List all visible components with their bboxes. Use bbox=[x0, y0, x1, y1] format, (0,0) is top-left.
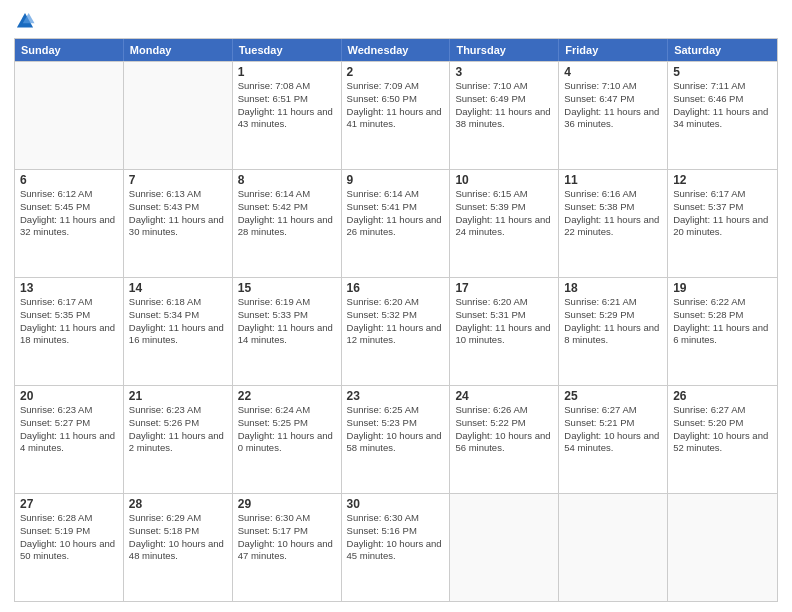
day-number: 6 bbox=[20, 173, 118, 187]
calendar-cell: 22Sunrise: 6:24 AM Sunset: 5:25 PM Dayli… bbox=[233, 386, 342, 493]
day-number: 2 bbox=[347, 65, 445, 79]
calendar-cell: 1Sunrise: 7:08 AM Sunset: 6:51 PM Daylig… bbox=[233, 62, 342, 169]
day-number: 12 bbox=[673, 173, 772, 187]
calendar-body: 1Sunrise: 7:08 AM Sunset: 6:51 PM Daylig… bbox=[15, 61, 777, 601]
day-number: 5 bbox=[673, 65, 772, 79]
day-info: Sunrise: 6:23 AM Sunset: 5:26 PM Dayligh… bbox=[129, 404, 227, 455]
calendar-cell: 26Sunrise: 6:27 AM Sunset: 5:20 PM Dayli… bbox=[668, 386, 777, 493]
day-header-monday: Monday bbox=[124, 39, 233, 61]
day-number: 23 bbox=[347, 389, 445, 403]
day-number: 15 bbox=[238, 281, 336, 295]
day-info: Sunrise: 6:27 AM Sunset: 5:20 PM Dayligh… bbox=[673, 404, 772, 455]
day-number: 24 bbox=[455, 389, 553, 403]
day-header-saturday: Saturday bbox=[668, 39, 777, 61]
day-info: Sunrise: 7:09 AM Sunset: 6:50 PM Dayligh… bbox=[347, 80, 445, 131]
calendar-row-2: 6Sunrise: 6:12 AM Sunset: 5:45 PM Daylig… bbox=[15, 169, 777, 277]
day-number: 10 bbox=[455, 173, 553, 187]
calendar-cell bbox=[559, 494, 668, 601]
day-number: 21 bbox=[129, 389, 227, 403]
day-number: 8 bbox=[238, 173, 336, 187]
day-number: 3 bbox=[455, 65, 553, 79]
day-info: Sunrise: 6:15 AM Sunset: 5:39 PM Dayligh… bbox=[455, 188, 553, 239]
day-info: Sunrise: 6:21 AM Sunset: 5:29 PM Dayligh… bbox=[564, 296, 662, 347]
day-info: Sunrise: 6:30 AM Sunset: 5:16 PM Dayligh… bbox=[347, 512, 445, 563]
day-number: 16 bbox=[347, 281, 445, 295]
day-number: 22 bbox=[238, 389, 336, 403]
calendar-cell: 3Sunrise: 7:10 AM Sunset: 6:49 PM Daylig… bbox=[450, 62, 559, 169]
day-info: Sunrise: 6:17 AM Sunset: 5:37 PM Dayligh… bbox=[673, 188, 772, 239]
calendar-cell: 15Sunrise: 6:19 AM Sunset: 5:33 PM Dayli… bbox=[233, 278, 342, 385]
logo-icon bbox=[14, 10, 36, 32]
day-info: Sunrise: 6:27 AM Sunset: 5:21 PM Dayligh… bbox=[564, 404, 662, 455]
calendar-cell: 11Sunrise: 6:16 AM Sunset: 5:38 PM Dayli… bbox=[559, 170, 668, 277]
day-number: 28 bbox=[129, 497, 227, 511]
calendar-cell: 8Sunrise: 6:14 AM Sunset: 5:42 PM Daylig… bbox=[233, 170, 342, 277]
day-number: 20 bbox=[20, 389, 118, 403]
day-info: Sunrise: 7:10 AM Sunset: 6:47 PM Dayligh… bbox=[564, 80, 662, 131]
day-number: 19 bbox=[673, 281, 772, 295]
calendar-cell: 23Sunrise: 6:25 AM Sunset: 5:23 PM Dayli… bbox=[342, 386, 451, 493]
day-info: Sunrise: 6:28 AM Sunset: 5:19 PM Dayligh… bbox=[20, 512, 118, 563]
day-number: 25 bbox=[564, 389, 662, 403]
day-header-sunday: Sunday bbox=[15, 39, 124, 61]
day-info: Sunrise: 7:11 AM Sunset: 6:46 PM Dayligh… bbox=[673, 80, 772, 131]
day-info: Sunrise: 6:18 AM Sunset: 5:34 PM Dayligh… bbox=[129, 296, 227, 347]
day-header-friday: Friday bbox=[559, 39, 668, 61]
day-info: Sunrise: 7:08 AM Sunset: 6:51 PM Dayligh… bbox=[238, 80, 336, 131]
calendar-cell: 5Sunrise: 7:11 AM Sunset: 6:46 PM Daylig… bbox=[668, 62, 777, 169]
day-info: Sunrise: 6:20 AM Sunset: 5:31 PM Dayligh… bbox=[455, 296, 553, 347]
calendar-cell bbox=[15, 62, 124, 169]
day-number: 1 bbox=[238, 65, 336, 79]
day-number: 9 bbox=[347, 173, 445, 187]
calendar-cell bbox=[668, 494, 777, 601]
day-info: Sunrise: 6:20 AM Sunset: 5:32 PM Dayligh… bbox=[347, 296, 445, 347]
calendar-cell: 17Sunrise: 6:20 AM Sunset: 5:31 PM Dayli… bbox=[450, 278, 559, 385]
day-header-tuesday: Tuesday bbox=[233, 39, 342, 61]
calendar-cell: 25Sunrise: 6:27 AM Sunset: 5:21 PM Dayli… bbox=[559, 386, 668, 493]
calendar-cell: 4Sunrise: 7:10 AM Sunset: 6:47 PM Daylig… bbox=[559, 62, 668, 169]
calendar-cell: 30Sunrise: 6:30 AM Sunset: 5:16 PM Dayli… bbox=[342, 494, 451, 601]
calendar-row-1: 1Sunrise: 7:08 AM Sunset: 6:51 PM Daylig… bbox=[15, 61, 777, 169]
day-number: 7 bbox=[129, 173, 227, 187]
day-header-thursday: Thursday bbox=[450, 39, 559, 61]
day-number: 29 bbox=[238, 497, 336, 511]
calendar-cell: 7Sunrise: 6:13 AM Sunset: 5:43 PM Daylig… bbox=[124, 170, 233, 277]
day-number: 30 bbox=[347, 497, 445, 511]
day-info: Sunrise: 6:29 AM Sunset: 5:18 PM Dayligh… bbox=[129, 512, 227, 563]
day-number: 18 bbox=[564, 281, 662, 295]
day-info: Sunrise: 6:24 AM Sunset: 5:25 PM Dayligh… bbox=[238, 404, 336, 455]
day-number: 27 bbox=[20, 497, 118, 511]
calendar-cell: 21Sunrise: 6:23 AM Sunset: 5:26 PM Dayli… bbox=[124, 386, 233, 493]
logo bbox=[14, 10, 38, 32]
day-number: 11 bbox=[564, 173, 662, 187]
day-info: Sunrise: 6:23 AM Sunset: 5:27 PM Dayligh… bbox=[20, 404, 118, 455]
day-info: Sunrise: 6:16 AM Sunset: 5:38 PM Dayligh… bbox=[564, 188, 662, 239]
calendar-cell: 24Sunrise: 6:26 AM Sunset: 5:22 PM Dayli… bbox=[450, 386, 559, 493]
calendar-cell: 27Sunrise: 6:28 AM Sunset: 5:19 PM Dayli… bbox=[15, 494, 124, 601]
day-info: Sunrise: 6:17 AM Sunset: 5:35 PM Dayligh… bbox=[20, 296, 118, 347]
day-number: 17 bbox=[455, 281, 553, 295]
day-number: 13 bbox=[20, 281, 118, 295]
calendar-cell: 10Sunrise: 6:15 AM Sunset: 5:39 PM Dayli… bbox=[450, 170, 559, 277]
calendar-row-5: 27Sunrise: 6:28 AM Sunset: 5:19 PM Dayli… bbox=[15, 493, 777, 601]
calendar-cell: 6Sunrise: 6:12 AM Sunset: 5:45 PM Daylig… bbox=[15, 170, 124, 277]
calendar-cell: 14Sunrise: 6:18 AM Sunset: 5:34 PM Dayli… bbox=[124, 278, 233, 385]
day-info: Sunrise: 6:14 AM Sunset: 5:42 PM Dayligh… bbox=[238, 188, 336, 239]
day-info: Sunrise: 6:25 AM Sunset: 5:23 PM Dayligh… bbox=[347, 404, 445, 455]
calendar-cell: 12Sunrise: 6:17 AM Sunset: 5:37 PM Dayli… bbox=[668, 170, 777, 277]
calendar-cell: 20Sunrise: 6:23 AM Sunset: 5:27 PM Dayli… bbox=[15, 386, 124, 493]
calendar-header: SundayMondayTuesdayWednesdayThursdayFrid… bbox=[15, 39, 777, 61]
calendar-cell bbox=[124, 62, 233, 169]
day-number: 26 bbox=[673, 389, 772, 403]
calendar-cell bbox=[450, 494, 559, 601]
day-info: Sunrise: 6:22 AM Sunset: 5:28 PM Dayligh… bbox=[673, 296, 772, 347]
day-info: Sunrise: 6:12 AM Sunset: 5:45 PM Dayligh… bbox=[20, 188, 118, 239]
calendar-row-3: 13Sunrise: 6:17 AM Sunset: 5:35 PM Dayli… bbox=[15, 277, 777, 385]
calendar-cell: 18Sunrise: 6:21 AM Sunset: 5:29 PM Dayli… bbox=[559, 278, 668, 385]
calendar-cell: 2Sunrise: 7:09 AM Sunset: 6:50 PM Daylig… bbox=[342, 62, 451, 169]
day-info: Sunrise: 6:19 AM Sunset: 5:33 PM Dayligh… bbox=[238, 296, 336, 347]
calendar-cell: 28Sunrise: 6:29 AM Sunset: 5:18 PM Dayli… bbox=[124, 494, 233, 601]
calendar-cell: 9Sunrise: 6:14 AM Sunset: 5:41 PM Daylig… bbox=[342, 170, 451, 277]
calendar-cell: 16Sunrise: 6:20 AM Sunset: 5:32 PM Dayli… bbox=[342, 278, 451, 385]
day-info: Sunrise: 6:30 AM Sunset: 5:17 PM Dayligh… bbox=[238, 512, 336, 563]
